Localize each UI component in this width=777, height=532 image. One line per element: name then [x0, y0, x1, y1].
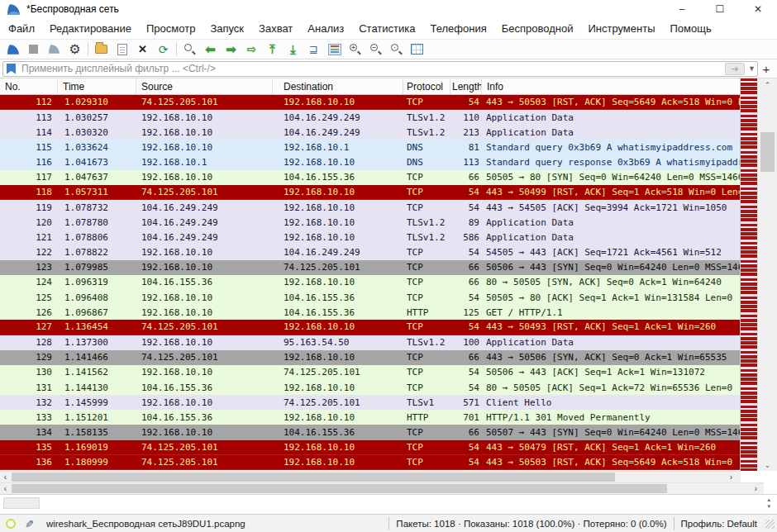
- menu-telephony[interactable]: Телефония: [422, 22, 493, 35]
- auto-scroll-icon[interactable]: ⊒: [303, 40, 324, 59]
- column-header-time[interactable]: Time: [58, 78, 136, 94]
- packet-row[interactable]: 119 1.078732 104.16.249.249 192.168.10.1…: [0, 200, 740, 215]
- start-capture-icon[interactable]: [2, 40, 23, 59]
- restart-capture-icon[interactable]: [44, 40, 64, 59]
- menu-wireless[interactable]: Беспроводной: [494, 22, 581, 35]
- horizontal-scrollbar-secondary[interactable]: ‹ ›: [0, 482, 764, 494]
- packet-row[interactable]: 124 1.096319 104.16.155.36 192.168.10.10…: [0, 275, 740, 290]
- packet-row[interactable]: 133 1.151201 104.16.155.36 192.168.10.10…: [0, 410, 740, 425]
- go-to-packet-icon[interactable]: ⇨: [241, 40, 262, 59]
- menu-statistics[interactable]: Статистика: [351, 22, 422, 35]
- scroll-up-icon[interactable]: ⌃: [758, 78, 777, 91]
- display-filter-input[interactable]: [20, 62, 725, 75]
- save-file-icon[interactable]: [112, 40, 132, 59]
- go-back-icon[interactable]: ⬅: [200, 40, 221, 59]
- menu-bar: Файл Редактирование Просмотр Запуск Захв…: [0, 18, 777, 40]
- intelligent-scrollbar-minimap[interactable]: [740, 78, 757, 471]
- menu-view[interactable]: Просмотр: [139, 22, 203, 35]
- scroll-right-icon[interactable]: ›: [751, 483, 761, 494]
- go-last-packet-icon[interactable]: ⤓: [283, 40, 303, 59]
- colorize-packets-icon[interactable]: [324, 40, 345, 59]
- packet-row[interactable]: 131 1.144130 104.16.155.36 192.168.10.10…: [0, 380, 740, 395]
- zoom-out-icon[interactable]: −: [365, 40, 386, 59]
- packet-row[interactable]: 115 1.033624 192.168.10.10 192.168.10.1 …: [0, 140, 740, 154]
- packet-row[interactable]: 129 1.141466 74.125.205.101 192.168.10.1…: [0, 350, 740, 365]
- packet-row[interactable]: 120 1.078780 104.16.249.249 192.168.10.1…: [0, 215, 740, 230]
- packet-row[interactable]: 112 1.029310 74.125.205.101 192.168.10.1…: [0, 95, 740, 110]
- horizontal-scrollbar-packet-list[interactable]: ‹ ›: [0, 471, 741, 482]
- packet-row[interactable]: 126 1.096867 192.168.10.10 104.16.155.36…: [0, 305, 740, 320]
- capture-filename[interactable]: wireshark_Беспроводная сетьJ89DU1.pcapng: [46, 519, 245, 529]
- menu-edit[interactable]: Редактирование: [42, 22, 139, 35]
- add-filter-button[interactable]: +: [758, 62, 775, 76]
- vertical-scrollbar[interactable]: ⌃ ⌄: [757, 78, 777, 471]
- packet-row[interactable]: 114 1.030320 192.168.10.10 104.16.249.24…: [0, 125, 740, 140]
- apply-filter-button[interactable]: ➔: [725, 63, 745, 75]
- packet-row[interactable]: 117 1.047637 192.168.10.10 104.16.155.36…: [0, 170, 740, 185]
- packet-row[interactable]: 127 1.136454 74.125.205.101 192.168.10.1…: [0, 320, 740, 335]
- filter-bookmark-icon[interactable]: [7, 64, 16, 74]
- capture-comment-pencil-icon[interactable]: ✎: [25, 518, 34, 530]
- wireshark-logo-icon: [7, 3, 21, 16]
- packet-row[interactable]: 118 1.057311 74.125.205.101 192.168.10.1…: [0, 185, 740, 200]
- column-header-info[interactable]: Info: [482, 78, 740, 94]
- column-header-protocol[interactable]: Protocol: [403, 78, 450, 94]
- minimize-button[interactable]: –: [663, 0, 701, 18]
- packet-row[interactable]: 122 1.078822 192.168.10.10 104.16.249.24…: [0, 245, 740, 260]
- packet-row[interactable]: 134 1.158135 192.168.10.10 104.16.155.36…: [0, 425, 740, 439]
- column-header-length[interactable]: Length: [450, 78, 482, 94]
- horizontal-scroll-thumb[interactable]: [12, 473, 615, 482]
- packet-row[interactable]: 128 1.137300 192.168.10.10 95.163.54.50 …: [0, 335, 740, 350]
- column-header-source[interactable]: Source: [136, 78, 273, 94]
- open-file-icon[interactable]: [91, 40, 112, 59]
- statusbar-separator: [388, 517, 389, 530]
- capture-options-icon[interactable]: ⚙: [64, 40, 85, 59]
- horizontal-scroll-thumb[interactable]: [12, 484, 667, 493]
- stop-capture-icon[interactable]: [23, 40, 44, 59]
- resize-grip[interactable]: [765, 520, 775, 529]
- scroll-left-icon[interactable]: ‹: [0, 483, 11, 494]
- scroll-left-icon[interactable]: ‹: [0, 472, 11, 482]
- menu-capture[interactable]: Захват: [251, 22, 300, 35]
- menu-file[interactable]: Файл: [1, 22, 42, 35]
- display-filter-bar: ➔ ▼ +: [0, 59, 777, 78]
- menu-help[interactable]: Помощь: [663, 22, 719, 35]
- packet-row[interactable]: 132 1.145999 192.168.10.10 74.125.205.10…: [0, 395, 740, 410]
- vertical-scroll-thumb[interactable]: [760, 132, 775, 172]
- go-forward-icon[interactable]: ➡: [221, 40, 241, 59]
- expert-info-icon[interactable]: [6, 519, 16, 529]
- packet-row[interactable]: 123 1.079985 192.168.10.10 74.125.205.10…: [0, 260, 740, 275]
- menu-tools[interactable]: Инструменты: [580, 22, 662, 35]
- zoom-in-icon[interactable]: +: [345, 40, 365, 59]
- packet-row[interactable]: 136 1.180999 74.125.205.101 192.168.10.1…: [0, 455, 740, 470]
- resize-columns-icon[interactable]: [407, 40, 427, 59]
- maximize-button[interactable]: ☐: [701, 0, 739, 18]
- vertical-scroll-track[interactable]: [758, 91, 777, 458]
- pane-spinner-icon[interactable]: ▴▾: [767, 496, 770, 510]
- main-toolbar: ⚙ ✕ ⟳ ⬅ ➡ ⇨ ⤒ ⤓ ⊒ + − ·: [0, 40, 777, 59]
- collapsed-detail-pane: ▴▾: [0, 494, 777, 514]
- column-header-no[interactable]: No.: [0, 78, 58, 94]
- pane-handle[interactable]: [3, 497, 40, 509]
- packet-row[interactable]: 113 1.030257 192.168.10.10 104.16.249.24…: [0, 110, 740, 125]
- packet-row[interactable]: 135 1.169019 74.125.205.101 192.168.10.1…: [0, 440, 740, 455]
- packet-row[interactable]: 125 1.096408 192.168.10.10 104.16.155.36…: [0, 290, 740, 305]
- zoom-normal-icon[interactable]: ·: [386, 40, 407, 59]
- scroll-down-icon[interactable]: ⌄: [758, 458, 777, 471]
- packet-row[interactable]: 116 1.041673 192.168.10.1 192.168.10.10 …: [0, 155, 740, 170]
- filter-dropdown-caret-icon[interactable]: ▼: [746, 64, 757, 73]
- close-button[interactable]: ✕: [739, 0, 777, 18]
- packet-counts: Пакеты: 1018 · Показаны: 1018 (100.0%) ·…: [396, 519, 666, 529]
- profile-label[interactable]: Профиль: Default: [681, 519, 757, 529]
- find-packet-icon[interactable]: [179, 40, 200, 59]
- title-bar: *Беспроводная сеть – ☐ ✕: [0, 0, 777, 18]
- menu-analyze[interactable]: Анализ: [300, 22, 351, 35]
- go-first-packet-icon[interactable]: ⤒: [262, 40, 283, 59]
- close-file-icon[interactable]: ✕: [132, 40, 153, 59]
- packet-row[interactable]: 121 1.078806 104.16.249.249 192.168.10.1…: [0, 230, 740, 245]
- packet-row[interactable]: 130 1.141562 192.168.10.10 74.125.205.10…: [0, 365, 740, 380]
- scroll-right-icon[interactable]: ›: [726, 472, 736, 482]
- reload-file-icon[interactable]: ⟳: [153, 40, 174, 59]
- menu-go[interactable]: Запуск: [203, 22, 251, 35]
- column-header-destination[interactable]: Destination: [273, 78, 403, 94]
